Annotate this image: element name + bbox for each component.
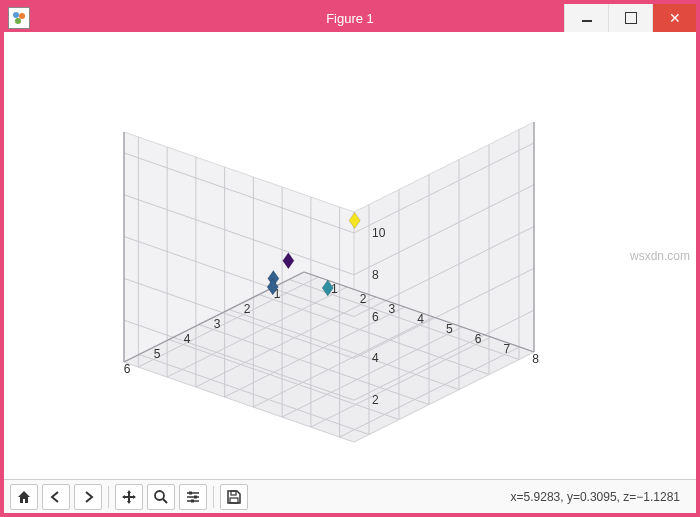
- svg-text:2: 2: [244, 302, 251, 316]
- svg-text:8: 8: [532, 352, 539, 366]
- zoom-button[interactable]: [147, 484, 175, 510]
- svg-text:3: 3: [389, 302, 396, 316]
- save-button[interactable]: [220, 484, 248, 510]
- configure-button[interactable]: [179, 484, 207, 510]
- forward-button[interactable]: [74, 484, 102, 510]
- svg-text:5: 5: [446, 322, 453, 336]
- svg-text:8: 8: [372, 268, 379, 282]
- svg-rect-77: [194, 495, 197, 498]
- app-icon: [8, 7, 30, 29]
- window-controls: [564, 4, 696, 32]
- app-window: Figure 1 12345612345678246810246810 wsxd…: [0, 0, 700, 517]
- minimize-button[interactable]: [564, 4, 608, 32]
- move-icon: [121, 489, 137, 505]
- scatter3d-chart: 12345612345678246810246810: [4, 32, 696, 479]
- svg-point-2: [15, 18, 21, 24]
- svg-text:5: 5: [154, 347, 161, 361]
- back-button[interactable]: [42, 484, 70, 510]
- svg-text:7: 7: [504, 342, 511, 356]
- svg-text:10: 10: [372, 226, 386, 240]
- svg-text:2: 2: [372, 393, 379, 407]
- svg-point-72: [155, 491, 164, 500]
- svg-text:6: 6: [372, 310, 379, 324]
- home-icon: [16, 489, 32, 505]
- svg-text:4: 4: [184, 332, 191, 346]
- close-button[interactable]: [652, 4, 696, 32]
- svg-point-0: [13, 12, 19, 18]
- home-button[interactable]: [10, 484, 38, 510]
- svg-text:2: 2: [360, 292, 367, 306]
- arrow-left-icon: [49, 490, 63, 504]
- svg-text:6: 6: [124, 362, 131, 376]
- svg-point-1: [19, 13, 25, 19]
- svg-rect-75: [189, 491, 192, 494]
- maximize-button[interactable]: [608, 4, 652, 32]
- pan-button[interactable]: [115, 484, 143, 510]
- arrow-right-icon: [81, 490, 95, 504]
- svg-rect-79: [191, 499, 194, 502]
- svg-line-73: [163, 499, 167, 503]
- coordinate-status: x=5.9283, y=0.3095, z=−1.1281: [511, 490, 690, 504]
- svg-text:4: 4: [372, 351, 379, 365]
- svg-text:3: 3: [214, 317, 221, 331]
- svg-text:4: 4: [417, 312, 424, 326]
- toolbar-separator: [213, 486, 214, 508]
- svg-text:6: 6: [475, 332, 482, 346]
- sliders-icon: [185, 489, 201, 505]
- toolbar: x=5.9283, y=0.3095, z=−1.1281: [4, 479, 696, 513]
- toolbar-separator: [108, 486, 109, 508]
- plot-area[interactable]: 12345612345678246810246810 wsxdn.com: [4, 32, 696, 479]
- save-icon: [226, 489, 242, 505]
- watermark: wsxdn.com: [630, 249, 690, 263]
- titlebar: Figure 1: [4, 4, 696, 32]
- zoom-icon: [153, 489, 169, 505]
